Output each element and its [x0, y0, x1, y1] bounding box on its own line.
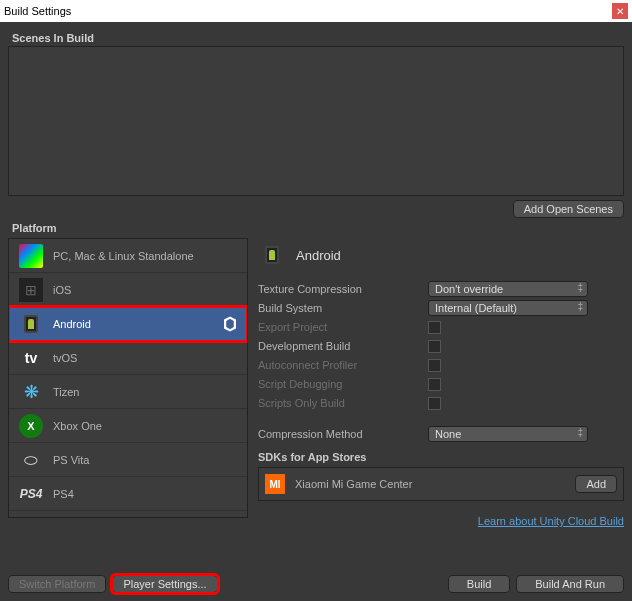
title-bar: Build Settings ✕ — [0, 0, 632, 22]
platform-item-label: PS Vita — [53, 454, 90, 466]
tizen-icon: ❋ — [17, 378, 45, 406]
platform-item-label: Xbox One — [53, 420, 102, 432]
pc-icon — [17, 242, 45, 270]
autoconnect-profiler-checkbox — [428, 359, 441, 372]
texture-compression-dropdown[interactable]: Don't override — [428, 281, 588, 297]
sdk-header: SDKs for App Stores — [258, 451, 624, 463]
platform-item-ios[interactable]: iOS — [9, 273, 247, 307]
scenes-list[interactable] — [8, 46, 624, 196]
platform-item-android[interactable]: Android — [9, 307, 247, 341]
platform-item-label: Tizen — [53, 386, 80, 398]
build-and-run-button[interactable]: Build And Run — [516, 575, 624, 593]
build-system-label: Build System — [258, 302, 428, 314]
unity-icon — [221, 315, 239, 333]
development-build-checkbox[interactable] — [428, 340, 441, 353]
platform-list: PC, Mac & Linux StandaloneiOSAndroidtvtv… — [8, 238, 248, 518]
platform-item-tvos[interactable]: tvtvOS — [9, 341, 247, 375]
window-title: Build Settings — [4, 5, 71, 17]
platform-item-psvita[interactable]: ⬭PS Vita — [9, 443, 247, 477]
android-icon — [258, 241, 286, 269]
build-button[interactable]: Build — [448, 575, 510, 593]
platform-item-label: tvOS — [53, 352, 77, 364]
xiaomi-icon: MI — [265, 474, 285, 494]
sdk-row: MI Xiaomi Mi Game Center Add — [258, 467, 624, 501]
add-open-scenes-button[interactable]: Add Open Scenes — [513, 200, 624, 218]
ios-icon — [17, 276, 45, 304]
details-title: Android — [296, 248, 341, 263]
close-icon[interactable]: ✕ — [612, 3, 628, 19]
platform-item-pc[interactable]: PC, Mac & Linux Standalone — [9, 239, 247, 273]
switch-platform-button: Switch Platform — [8, 575, 106, 593]
tvos-icon: tv — [17, 344, 45, 372]
platform-details: Android Texture Compression Don't overri… — [258, 238, 624, 527]
android-icon — [17, 310, 45, 338]
scripts-only-build-checkbox — [428, 397, 441, 410]
platform-item-label: iOS — [53, 284, 71, 296]
platform-item-xbox[interactable]: XXbox One — [9, 409, 247, 443]
export-project-label: Export Project — [258, 321, 428, 333]
sdk-name: Xiaomi Mi Game Center — [295, 478, 412, 490]
platform-item-label: PC, Mac & Linux Standalone — [53, 250, 194, 262]
compression-method-dropdown[interactable]: None — [428, 426, 588, 442]
script-debugging-label: Script Debugging — [258, 378, 428, 390]
cloud-build-link[interactable]: Learn about Unity Cloud Build — [478, 515, 624, 527]
texture-compression-label: Texture Compression — [258, 283, 428, 295]
compression-method-label: Compression Method — [258, 428, 428, 440]
development-build-label: Development Build — [258, 340, 428, 352]
ps4-icon: PS4 — [17, 480, 45, 508]
platform-item-label: PS4 — [53, 488, 74, 500]
player-settings-button[interactable]: Player Settings... — [112, 575, 217, 593]
psvita-icon: ⬭ — [17, 446, 45, 474]
platform-item-tizen[interactable]: ❋Tizen — [9, 375, 247, 409]
platform-item-label: Android — [53, 318, 91, 330]
export-project-checkbox — [428, 321, 441, 334]
sdk-add-button[interactable]: Add — [575, 475, 617, 493]
platform-item-ps4[interactable]: PS4PS4 — [9, 477, 247, 511]
build-system-dropdown[interactable]: Internal (Default) — [428, 300, 588, 316]
footer: Switch Platform Player Settings... Build… — [8, 575, 624, 593]
platform-header: Platform — [12, 222, 624, 234]
scripts-only-build-label: Scripts Only Build — [258, 397, 428, 409]
scenes-header: Scenes In Build — [12, 32, 624, 44]
autoconnect-profiler-label: Autoconnect Profiler — [258, 359, 428, 371]
xbox-icon: X — [17, 412, 45, 440]
script-debugging-checkbox — [428, 378, 441, 391]
